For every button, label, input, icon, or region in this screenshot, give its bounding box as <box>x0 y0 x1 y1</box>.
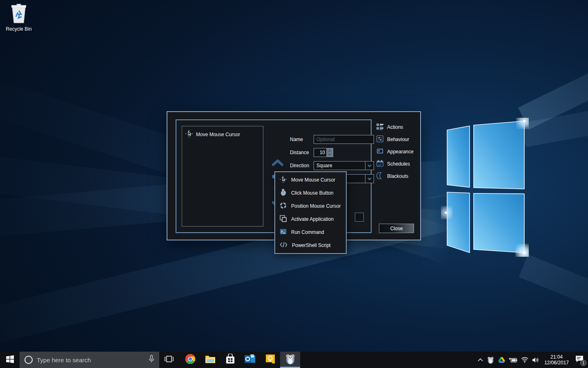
close-button[interactable]: Close <box>379 224 414 233</box>
menu-item-click-mouse-button[interactable]: Click Mouse Button <box>275 186 346 200</box>
taskbar-app-outlook[interactable] <box>240 352 260 368</box>
menu-item-position-mouse-cursor[interactable]: Position Mouse Cursor <box>275 200 346 213</box>
windows-logo-icon <box>6 355 14 365</box>
windows-logo-wallpaper <box>441 118 529 257</box>
microphone-icon[interactable] <box>149 355 154 365</box>
actions-listbox[interactable]: Move Mouse Cursor <box>182 126 263 227</box>
nav-label: Schedules <box>387 161 410 167</box>
nav-item-blackouts[interactable]: Blackouts <box>376 170 421 182</box>
search-input[interactable] <box>37 357 149 364</box>
menu-item-label: Activate Application <box>291 216 334 222</box>
menu-item-label: Move Mouse Cursor <box>291 177 335 183</box>
system-tray: 21:04 12/06/2017 1 <box>478 352 588 368</box>
recycle-bin-shortcut[interactable]: Recycle Bin <box>3 3 34 32</box>
light-beam <box>521 93 588 147</box>
chevron-up-icon <box>272 159 283 168</box>
calendar-icon <box>376 160 383 168</box>
volume-icon[interactable] <box>532 357 539 363</box>
task-view-button[interactable] <box>159 352 179 368</box>
chevron-down-icon <box>365 162 374 170</box>
spin-up-button[interactable] <box>326 148 333 153</box>
direction-dropdown[interactable]: Square <box>314 161 374 170</box>
move-up-button[interactable] <box>271 157 285 169</box>
recycle-bin-icon <box>10 18 28 25</box>
nav-label: Actions <box>387 124 403 130</box>
taskbar-app-move-mouse[interactable] <box>280 352 300 368</box>
triangle-up-icon <box>328 150 331 152</box>
nav-item-actions[interactable]: Actions <box>376 121 421 133</box>
clock-time: 21:04 <box>544 354 569 360</box>
direction-label: Direction <box>290 163 314 168</box>
store-icon <box>225 354 235 366</box>
menu-item-label: PowerShell Script <box>292 242 331 248</box>
cursor-move-icon <box>185 130 193 139</box>
taskbar-app-keep[interactable] <box>260 352 280 368</box>
mouse-icon <box>280 189 287 197</box>
code-icon <box>280 242 287 249</box>
folder-icon <box>205 355 216 365</box>
nav-item-schedules[interactable]: Schedules <box>376 158 421 170</box>
triangle-down-icon <box>328 154 331 156</box>
list-item-label: Move Mouse Cursor <box>196 132 240 137</box>
name-label: Name <box>290 137 314 142</box>
list-item[interactable]: Move Mouse Cursor <box>182 126 263 142</box>
start-button[interactable] <box>0 352 20 368</box>
nav-label: Blackouts <box>387 173 408 179</box>
nav-item-behaviour[interactable]: Behaviour <box>376 133 421 146</box>
recycle-bin-label: Recycle Bin <box>3 26 34 32</box>
notification-badge: 1 <box>580 360 586 366</box>
distance-input[interactable] <box>314 148 326 157</box>
window-navigation: Actions Behaviour <box>376 121 421 182</box>
light-beam <box>518 32 588 130</box>
keep-icon <box>265 354 275 366</box>
wifi-icon[interactable] <box>521 357 528 363</box>
menu-item-run-command[interactable]: Run Command <box>275 226 346 239</box>
taskbar-clock[interactable]: 21:04 12/06/2017 <box>543 354 570 366</box>
menu-item-label: Click Mouse Button <box>291 190 333 196</box>
nav-label: Behaviour <box>387 137 409 142</box>
option-checkbox[interactable] <box>355 213 364 222</box>
cortana-icon <box>24 356 33 364</box>
taskbar-app-store[interactable] <box>220 352 240 368</box>
action-center-button[interactable]: 1 <box>574 355 585 365</box>
tray-chevron-up-icon[interactable] <box>478 358 483 361</box>
taskbar: 21:04 12/06/2017 1 <box>0 352 588 368</box>
add-action-menu: Move Mouse Cursor Click Mouse Button Pos… <box>274 171 347 254</box>
name-input[interactable] <box>314 135 374 144</box>
distance-stepper <box>314 148 333 157</box>
direction-value: Square <box>314 162 365 170</box>
cursor-move-icon <box>280 176 287 184</box>
moon-icon <box>376 172 383 181</box>
terminal-icon <box>280 228 287 237</box>
nav-label: Appearance <box>387 149 414 155</box>
menu-item-label: Run Command <box>291 229 324 235</box>
taskbar-app-file-explorer[interactable] <box>200 352 220 368</box>
sliders-icon <box>376 135 383 144</box>
light-beam <box>519 254 588 341</box>
menu-item-move-mouse-cursor[interactable]: Move Mouse Cursor <box>275 173 346 186</box>
google-drive-icon[interactable] <box>498 357 505 363</box>
taskbar-search[interactable] <box>20 352 159 368</box>
nav-item-appearance[interactable]: Appearance <box>376 146 421 158</box>
menu-item-activate-application[interactable]: Activate Application <box>275 213 346 226</box>
clock-date: 12/06/2017 <box>544 360 569 366</box>
menu-item-label: Position Mouse Cursor <box>291 203 341 209</box>
spin-down-button[interactable] <box>326 153 333 157</box>
chrome-icon <box>185 354 196 366</box>
windows-overlap-icon <box>280 215 287 224</box>
move-mouse-app-icon <box>285 353 296 366</box>
list-details-icon <box>376 123 383 132</box>
desktop: Recycle Bin Move Mouse Cursor <box>0 0 588 368</box>
task-view-icon <box>165 355 174 364</box>
taskbar-app-chrome[interactable] <box>180 352 200 368</box>
image-icon <box>376 148 383 156</box>
distance-label: Distance <box>290 150 314 155</box>
tray-move-mouse-icon[interactable] <box>487 356 494 364</box>
outlook-icon <box>245 354 256 366</box>
menu-item-powershell-script[interactable]: PowerShell Script <box>275 239 346 252</box>
target-icon <box>280 202 287 211</box>
chevron-down-icon <box>365 175 374 183</box>
battery-icon[interactable] <box>509 357 517 363</box>
